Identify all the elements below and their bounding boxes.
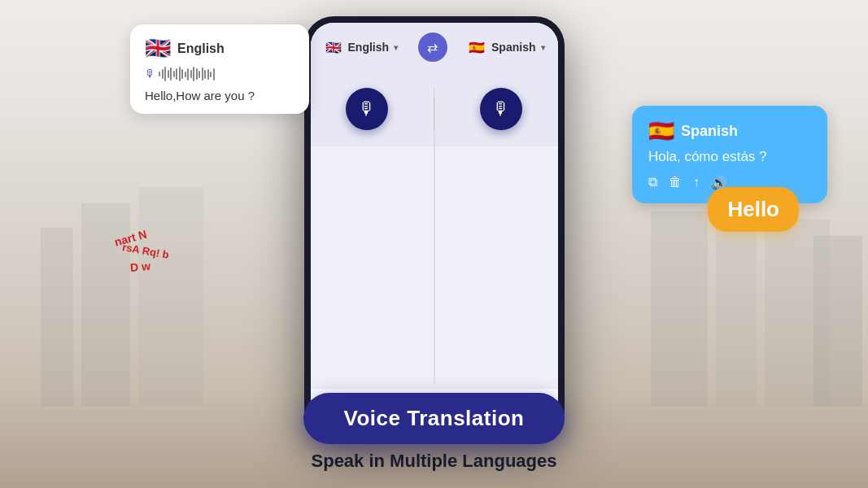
source-mic-button[interactable]: 🎙	[346, 88, 388, 130]
phone-device: 🇬🇧 English ▾ ⇄ 🇪🇸 Spanish ▾ 🎙 🎙	[304, 16, 565, 439]
copy-icon[interactable]: ⧉	[648, 175, 657, 190]
source-language-selector[interactable]: 🇬🇧 English ▾	[324, 37, 399, 57]
target-mic-button[interactable]: 🎙	[480, 88, 522, 130]
spanish-language-label: Spanish	[681, 123, 738, 140]
target-flag: 🇪🇸	[467, 37, 486, 57]
app-subtitle: Speak in Multiple Languages	[312, 451, 557, 472]
english-language-label: English	[177, 41, 225, 56]
svg-rect-6	[813, 236, 862, 407]
phone-body: 🇬🇧 English ▾ ⇄ 🇪🇸 Spanish ▾ 🎙 🎙	[304, 16, 565, 439]
app-language-header: 🇬🇧 English ▾ ⇄ 🇪🇸 Spanish ▾	[311, 23, 558, 72]
spanish-flag-icon: 🇪🇸	[648, 119, 674, 144]
waveform: 🎙	[145, 66, 294, 82]
divider	[434, 96, 434, 384]
swap-languages-button[interactable]: ⇄	[418, 33, 447, 62]
scattered-letters: nart N rsA Rq! b D w	[114, 228, 169, 274]
source-flag: 🇬🇧	[324, 37, 343, 57]
spanish-message-text: Hola, cómo estás ?	[648, 149, 811, 165]
svg-rect-0	[41, 228, 73, 407]
target-chevron-icon: ▾	[541, 43, 545, 52]
audio-waveform	[159, 66, 215, 82]
phone-screen: 🇬🇧 English ▾ ⇄ 🇪🇸 Spanish ▾ 🎙 🎙	[311, 23, 558, 433]
bubble-hello: Hello	[708, 187, 799, 232]
mic-icon: 🎙	[145, 68, 156, 81]
delete-icon[interactable]: 🗑	[669, 175, 682, 190]
source-chevron-icon: ▾	[394, 43, 398, 52]
voice-translation-button[interactable]: Voice Translation	[303, 393, 565, 444]
english-flag-icon: 🇬🇧	[145, 36, 171, 61]
source-language-name: English	[348, 41, 390, 54]
svg-rect-3	[651, 211, 708, 407]
target-language-selector[interactable]: 🇪🇸 Spanish ▾	[467, 37, 544, 57]
bubble-english: 🇬🇧 English 🎙 Hello,How are y	[130, 24, 309, 114]
bottom-cta: Voice Translation Speak in Multiple Lang…	[303, 393, 565, 472]
english-message-text: Hello,How are you ?	[145, 89, 294, 102]
target-language-name: Spanish	[491, 41, 535, 54]
share-icon[interactable]: ↑	[693, 175, 700, 190]
svg-rect-2	[138, 187, 203, 407]
